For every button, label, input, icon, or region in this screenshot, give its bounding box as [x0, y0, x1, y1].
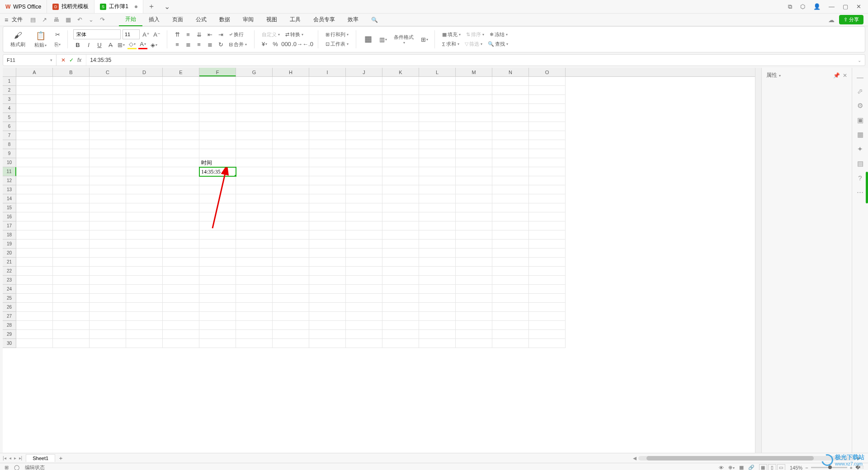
save-icon[interactable]: ▤ [29, 16, 37, 23]
cell-E24[interactable] [163, 285, 199, 294]
cell-F10[interactable]: 时间 [199, 158, 236, 167]
cell-M6[interactable] [456, 122, 492, 131]
row-header-2[interactable]: 2 [3, 86, 16, 95]
col-header-K[interactable]: K [382, 68, 419, 76]
cell-G13[interactable] [236, 185, 273, 194]
cell-J13[interactable] [346, 185, 382, 194]
row-header-17[interactable]: 17 [3, 221, 16, 230]
cell-G27[interactable] [236, 312, 273, 321]
cell-G3[interactable] [236, 95, 273, 104]
dec-inc-button[interactable]: .0→ [292, 40, 302, 49]
cell-O22[interactable] [529, 267, 566, 276]
zoom-slider[interactable] [811, 467, 847, 468]
cell-M20[interactable] [456, 249, 492, 258]
cell-K9[interactable] [382, 149, 419, 158]
fill-color-button[interactable]: ◇▾ [127, 40, 137, 49]
cell-B1[interactable] [53, 77, 90, 86]
cell-B8[interactable] [53, 140, 90, 149]
row-header-6[interactable]: 6 [3, 122, 16, 131]
formula-cancel-button[interactable]: ✕ [61, 57, 66, 63]
cell-A29[interactable] [16, 330, 53, 339]
cell-A8[interactable] [16, 140, 53, 149]
cell-B12[interactable] [53, 176, 90, 185]
cell-L15[interactable] [419, 203, 456, 212]
cell-F4[interactable] [199, 104, 236, 113]
cell-J30[interactable] [346, 339, 382, 348]
cell-I19[interactable] [309, 240, 346, 249]
cell-M12[interactable] [456, 176, 492, 185]
cell-F21[interactable] [199, 258, 236, 267]
cell-I1[interactable] [309, 77, 346, 86]
dec-dec-button[interactable]: ←.0 [303, 40, 312, 49]
cell-D25[interactable] [126, 294, 163, 303]
cell-A17[interactable] [16, 221, 53, 230]
row-header-15[interactable]: 15 [3, 203, 16, 212]
cell-L5[interactable] [419, 113, 456, 122]
cell-J22[interactable] [346, 267, 382, 276]
zoom-out-button[interactable]: − [805, 465, 808, 470]
cell-K7[interactable] [382, 131, 419, 140]
cell-E15[interactable] [163, 203, 199, 212]
cell-H23[interactable] [273, 276, 309, 285]
cell-C14[interactable] [90, 194, 126, 203]
cell-E28[interactable] [163, 321, 199, 330]
cell-K6[interactable] [382, 122, 419, 131]
cell-A9[interactable] [16, 149, 53, 158]
panel-close-icon[interactable]: ✕ [843, 72, 847, 79]
cell-E22[interactable] [163, 267, 199, 276]
cell-K11[interactable] [382, 167, 419, 176]
cell-I4[interactable] [309, 104, 346, 113]
cell-D15[interactable] [126, 203, 163, 212]
cell-K20[interactable] [382, 249, 419, 258]
cell-N18[interactable] [492, 230, 529, 240]
cell-C20[interactable] [90, 249, 126, 258]
cell-M23[interactable] [456, 276, 492, 285]
cell-I18[interactable] [309, 230, 346, 240]
cell-E3[interactable] [163, 95, 199, 104]
cell-D16[interactable] [126, 212, 163, 221]
cell-J20[interactable] [346, 249, 382, 258]
cell-D21[interactable] [126, 258, 163, 267]
cell-A20[interactable] [16, 249, 53, 258]
tab-member[interactable]: 会员专享 [307, 14, 341, 26]
print-icon[interactable]: 🖶 [52, 16, 61, 23]
cell-D2[interactable] [126, 86, 163, 95]
cell-M27[interactable] [456, 312, 492, 321]
cell-C7[interactable] [90, 131, 126, 140]
cell-K4[interactable] [382, 104, 419, 113]
cell-D22[interactable] [126, 267, 163, 276]
cell-L20[interactable] [419, 249, 456, 258]
cell-E19[interactable] [163, 240, 199, 249]
tab-formula[interactable]: 公式 [189, 14, 213, 26]
cell-I21[interactable] [309, 258, 346, 267]
cell-F9[interactable] [199, 149, 236, 158]
cell-K17[interactable] [382, 221, 419, 230]
col-header-G[interactable]: G [236, 68, 273, 76]
row-header-12[interactable]: 12 [3, 176, 16, 185]
effects-tool-icon[interactable]: ✦ [857, 145, 863, 153]
cell-O12[interactable] [529, 176, 566, 185]
cell-J24[interactable] [346, 285, 382, 294]
cell-E10[interactable] [163, 158, 199, 167]
cell-G15[interactable] [236, 203, 273, 212]
target-icon[interactable]: ⊕▾ [728, 465, 735, 470]
cell-N14[interactable] [492, 194, 529, 203]
cell-E1[interactable] [163, 77, 199, 86]
strike-button[interactable]: A̶ [106, 40, 115, 49]
cell-B22[interactable] [53, 267, 90, 276]
app-tab-wps[interactable]: W WPS Office [0, 0, 47, 13]
help-tool-icon[interactable]: ? [858, 174, 862, 182]
cell-D29[interactable] [126, 330, 163, 339]
grid-icon[interactable]: ⊞ [5, 465, 9, 470]
indent-inc-button[interactable]: ⇥ [216, 30, 225, 39]
cell-O9[interactable] [529, 149, 566, 158]
cell-J8[interactable] [346, 140, 382, 149]
row-header-28[interactable]: 28 [3, 321, 16, 330]
col-header-J[interactable]: J [346, 68, 382, 76]
percent-button[interactable]: % [271, 40, 280, 49]
cell-F30[interactable] [199, 339, 236, 348]
cell-I8[interactable] [309, 140, 346, 149]
cell-M18[interactable] [456, 230, 492, 240]
cell-C26[interactable] [90, 303, 126, 312]
cell-J29[interactable] [346, 330, 382, 339]
